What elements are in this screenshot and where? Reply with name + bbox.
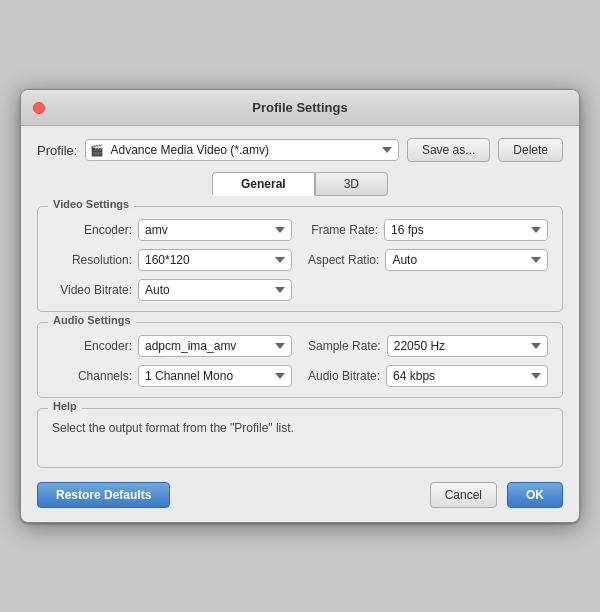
profile-select-wrap: Advance Media Video (*.amv) 🎬 (85, 139, 398, 161)
audio-bitrate-select[interactable]: 64 kbps (386, 365, 548, 387)
channels-select-wrap: 1 Channel Mono (138, 365, 292, 387)
ok-button[interactable]: OK (507, 482, 563, 508)
window-body: Profile: Advance Media Video (*.amv) 🎬 S… (21, 126, 579, 522)
aspect-ratio-select-wrap: Auto (385, 249, 548, 271)
audio-bitrate-select-wrap: 64 kbps (386, 365, 548, 387)
channels-select[interactable]: 1 Channel Mono (138, 365, 292, 387)
audio-fields-grid: Encoder: adpcm_ima_amv Sample Rate: 2205… (52, 335, 548, 387)
encoder-field: Encoder: amv (52, 219, 292, 241)
encoder-select-wrap: amv (138, 219, 292, 241)
profile-icon: 🎬 (90, 144, 104, 157)
audio-settings-section: Audio Settings Encoder: adpcm_ima_amv Sa… (37, 322, 563, 398)
frame-rate-label: Frame Rate: (308, 223, 378, 237)
help-section: Help Select the output format from the "… (37, 408, 563, 468)
sample-rate-select-wrap: 22050 Hz (387, 335, 548, 357)
video-bitrate-select[interactable]: Auto (138, 279, 292, 301)
profile-settings-window: Profile Settings Profile: Advance Media … (20, 89, 580, 523)
close-button[interactable] (33, 102, 45, 114)
help-text: Select the output format from the "Profi… (52, 421, 548, 435)
delete-button[interactable]: Delete (498, 138, 563, 162)
profile-select[interactable]: Advance Media Video (*.amv) (85, 139, 398, 161)
channels-field: Channels: 1 Channel Mono (52, 365, 292, 387)
aspect-ratio-label: Aspect Ratio: (308, 253, 379, 267)
tabs-row: General 3D (37, 172, 563, 196)
sample-rate-select[interactable]: 22050 Hz (387, 335, 548, 357)
resolution-select[interactable]: 160*120 (138, 249, 292, 271)
frame-rate-select-wrap: 16 fps (384, 219, 548, 241)
encoder-select[interactable]: amv (138, 219, 292, 241)
video-bitrate-select-wrap: Auto (138, 279, 292, 301)
window-title: Profile Settings (252, 100, 347, 115)
help-title: Help (48, 400, 82, 412)
profile-label: Profile: (37, 143, 77, 158)
footer-row: Restore Defaults Cancel OK (37, 478, 563, 508)
video-bitrate-field: Video Bitrate: Auto (52, 279, 292, 301)
audio-encoder-field: Encoder: adpcm_ima_amv (52, 335, 292, 357)
video-settings-title: Video Settings (48, 198, 134, 210)
title-bar: Profile Settings (21, 90, 579, 126)
encoder-label: Encoder: (52, 223, 132, 237)
audio-encoder-select[interactable]: adpcm_ima_amv (138, 335, 292, 357)
audio-encoder-label: Encoder: (52, 339, 132, 353)
sample-rate-field: Sample Rate: 22050 Hz (308, 335, 548, 357)
video-fields-grid: Encoder: amv Frame Rate: 16 fps (52, 219, 548, 301)
empty-cell (308, 279, 548, 301)
video-settings-section: Video Settings Encoder: amv Frame Rate: (37, 206, 563, 312)
restore-defaults-button[interactable]: Restore Defaults (37, 482, 170, 508)
resolution-label: Resolution: (52, 253, 132, 267)
resolution-field: Resolution: 160*120 (52, 249, 292, 271)
channels-label: Channels: (52, 369, 132, 383)
profile-row: Profile: Advance Media Video (*.amv) 🎬 S… (37, 138, 563, 162)
save-as-button[interactable]: Save as... (407, 138, 490, 162)
aspect-ratio-select[interactable]: Auto (385, 249, 548, 271)
cancel-button[interactable]: Cancel (430, 482, 497, 508)
tab-general[interactable]: General (212, 172, 315, 196)
tab-3d[interactable]: 3D (315, 172, 388, 196)
sample-rate-label: Sample Rate: (308, 339, 381, 353)
audio-settings-title: Audio Settings (48, 314, 136, 326)
video-bitrate-label: Video Bitrate: (52, 283, 132, 297)
frame-rate-field: Frame Rate: 16 fps (308, 219, 548, 241)
frame-rate-select[interactable]: 16 fps (384, 219, 548, 241)
footer-right-buttons: Cancel OK (430, 482, 563, 508)
audio-bitrate-label: Audio Bitrate: (308, 369, 380, 383)
audio-bitrate-field: Audio Bitrate: 64 kbps (308, 365, 548, 387)
audio-encoder-select-wrap: adpcm_ima_amv (138, 335, 292, 357)
aspect-ratio-field: Aspect Ratio: Auto (308, 249, 548, 271)
resolution-select-wrap: 160*120 (138, 249, 292, 271)
